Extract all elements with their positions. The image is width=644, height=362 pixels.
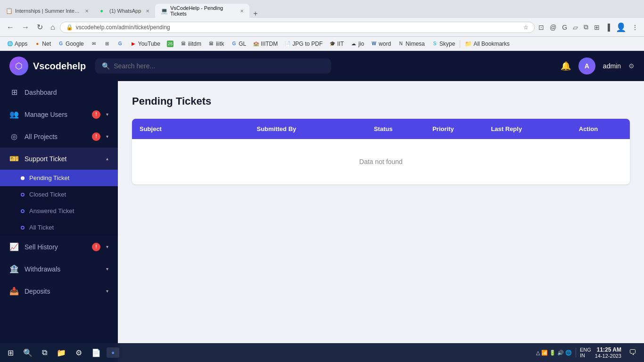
bookmark-google[interactable]: G Google	[55, 40, 87, 48]
sidebar-item-support-ticket[interactable]: 🎫 Support Ticket ▴	[0, 148, 118, 170]
ext-btn[interactable]: ⧉	[582, 21, 590, 33]
bookmark-nimesa[interactable]: N Nimesa	[395, 40, 428, 48]
answered-ticket-dot	[21, 209, 25, 213]
sell-history-badge: !	[92, 243, 100, 251]
sidebar-item-withdrawals-label: Withdrawals	[25, 265, 100, 273]
col-submitted-by: Submitted By	[249, 119, 366, 139]
taskbar-separator	[576, 348, 576, 357]
security-icon: 🔒	[66, 24, 73, 31]
admin-name-label: admin	[603, 62, 621, 70]
profile-btn[interactable]: 👤	[614, 20, 628, 34]
answered-ticket-label: Answered Ticket	[29, 207, 74, 214]
bookmark-25[interactable]: 25	[164, 40, 176, 48]
sidebar-sub-all-ticket[interactable]: All Ticket	[0, 219, 118, 236]
tab-2[interactable]: ● (1) WhatsApp ✕	[94, 4, 155, 18]
bookmark-skype[interactable]: S Skype	[429, 40, 458, 48]
bookmark-iiitdm[interactable]: 🏛 iiitdm	[177, 40, 204, 48]
bookmark-jpgtopdf-label: JPG to PDF	[292, 41, 322, 47]
sidebar-sub-answered-ticket[interactable]: Answered Ticket	[0, 203, 118, 219]
col-last-reply: Last Reply	[483, 119, 571, 139]
tab-title-2: (1) WhatsApp	[109, 8, 141, 14]
reload-button[interactable]: ↻	[34, 21, 46, 33]
pdf-btn[interactable]: 📄	[88, 346, 105, 359]
gl-icon: G	[231, 41, 237, 47]
bookmark-jpgtopdf[interactable]: 📄 JPG to PDF	[281, 40, 325, 48]
notification-bell[interactable]: 🔔	[561, 61, 571, 71]
sidebar-sub-pending-ticket[interactable]: Pending Ticket	[0, 170, 118, 186]
search-input[interactable]	[114, 62, 324, 70]
sidebar-item-dashboard[interactable]: ⊞ Dashboard	[0, 81, 118, 103]
bookmark-word[interactable]: W word	[368, 40, 394, 48]
tab-close-1[interactable]: ✕	[85, 8, 89, 14]
sidebar-item-deposits[interactable]: 📥 Deposits ▾	[0, 280, 118, 302]
iiitk-icon: 🏛	[208, 41, 215, 47]
forward-button[interactable]: →	[19, 21, 32, 33]
extensions-btn[interactable]: ⊞	[592, 22, 602, 33]
sidebar-item-all-projects[interactable]: ◎ All Projects ! ▾	[0, 125, 118, 148]
sidebar-sub-closed-ticket[interactable]: Closed Ticket	[0, 186, 118, 203]
logo-text: Vscodehelp	[33, 61, 86, 72]
support-ticket-chevron: ▴	[106, 156, 108, 161]
bookmark-iiitk-label: iiitk	[216, 41, 224, 47]
taskbar-chrome[interactable]: ●	[107, 347, 119, 358]
sidebar: ⊞ Dashboard 👥 Manage Users ! ▾ ◎ All Pro…	[0, 81, 118, 362]
tab-close-2[interactable]: ✕	[146, 8, 149, 14]
pending-ticket-dot	[21, 176, 25, 180]
bookmark-translate[interactable]: G	[114, 40, 126, 48]
sidebar-item-withdrawals[interactable]: 🏦 Withdrawals ▾	[0, 258, 118, 280]
pip-btn[interactable]: ▱	[571, 22, 580, 33]
page-title: Pending Tickets	[132, 95, 630, 107]
task-view-btn[interactable]: ⧉	[38, 346, 51, 359]
col-priority: Priority	[425, 119, 483, 139]
settings-taskbar-btn[interactable]: ⚙	[72, 346, 86, 359]
bookmark-apps[interactable]: 🌐 Apps	[4, 40, 30, 48]
all-projects-chevron: ▾	[106, 134, 108, 139]
manage-users-chevron: ▾	[106, 112, 108, 117]
all-projects-icon: ◎	[9, 132, 19, 141]
screenshot-btn[interactable]: ⊡	[537, 22, 546, 33]
bookmark-iiitk[interactable]: 🏛 iiitk	[205, 40, 227, 48]
avatar[interactable]: A	[578, 58, 595, 74]
admin-settings-btn[interactable]: ⚙	[628, 62, 635, 70]
support-ticket-submenu: Pending Ticket Closed Ticket Answered Ti…	[0, 170, 118, 236]
sidebar-item-manage-users[interactable]: 👥 Manage Users ! ▾	[0, 103, 118, 125]
bookmark-nimesa-label: Nimesa	[405, 41, 425, 47]
start-button[interactable]: ⊞	[4, 346, 17, 359]
bookmark-jio-label: jio	[358, 41, 364, 47]
manage-users-badge: !	[92, 110, 100, 119]
time-display: 11:25 AM	[595, 346, 621, 353]
bookmark-iit[interactable]: 🎓 IIT	[326, 40, 347, 48]
bookmark-net[interactable]: ● Net	[31, 40, 54, 48]
bookmark-apps-label: Apps	[15, 41, 27, 47]
search-taskbar-btn[interactable]: 🔍	[19, 346, 36, 359]
tab-favicon-3: 💻	[161, 8, 167, 14]
file-explorer-btn[interactable]: 📁	[53, 346, 70, 359]
bookmark-mail[interactable]: ✉	[88, 40, 100, 48]
address-bar[interactable]: 🔒 vscodehelp.com/admin/ticket/pending ☆	[60, 22, 535, 33]
col-subject: Subject	[132, 119, 249, 139]
sidebar-btn[interactable]: ▐	[603, 22, 612, 33]
sidebar-item-sell-history[interactable]: 📈 Sell History ! ▾	[0, 236, 118, 258]
back-button[interactable]: ←	[4, 21, 17, 33]
translate-btn[interactable]: G	[560, 22, 569, 33]
logo-icon: ⬡	[9, 57, 28, 75]
account-btn[interactable]: @	[548, 22, 558, 33]
tab-close-3[interactable]: ✕	[240, 8, 244, 14]
tab-1[interactable]: 📋 Internships | Summer Internshi... ✕	[0, 4, 94, 18]
bookmark-more[interactable]: 📁 All Bookmarks	[462, 40, 512, 48]
tab-favicon-1: 📋	[6, 8, 12, 14]
notification-taskbar-btn[interactable]: 🗨	[625, 346, 640, 359]
home-button[interactable]: ⌂	[48, 21, 58, 33]
word-icon: W	[371, 41, 377, 47]
net-icon: ●	[34, 41, 41, 47]
new-tab-button[interactable]: +	[249, 9, 261, 18]
bookmark-gl[interactable]: G GL	[228, 40, 249, 48]
tab-3[interactable]: 💻 VsCodeHelp - Pending Tickets ✕	[155, 4, 249, 18]
bookmark-jio[interactable]: ☁ jio	[347, 40, 367, 48]
closed-ticket-dot	[21, 193, 25, 197]
bookmark-youtube[interactable]: ▶ YouTube	[127, 40, 163, 48]
star-icon: ☆	[523, 24, 528, 31]
menu-btn[interactable]: ⋮	[630, 22, 640, 33]
bookmark-ms[interactable]: ⊞	[101, 40, 113, 48]
bookmark-iiitdm2[interactable]: 🏫 IIITDM	[250, 40, 281, 48]
